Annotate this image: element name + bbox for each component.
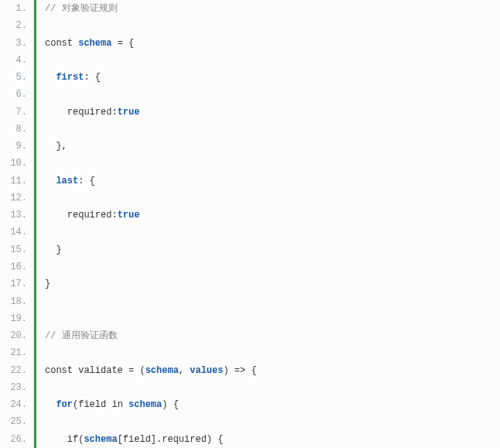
code-content <box>34 155 50 172</box>
code-token: if( <box>45 434 84 445</box>
code-token: first <box>56 72 84 83</box>
code-content: required:true <box>34 104 139 121</box>
code-content <box>34 52 50 69</box>
code-token: [field].required) { <box>118 434 224 445</box>
code-line: 11. last: { <box>0 173 500 190</box>
line-number: 15. <box>0 241 34 258</box>
code-line: 21. <box>0 344 500 361</box>
code-line: 14. <box>0 224 500 241</box>
code-content: if(schema[field].required) { <box>34 431 223 448</box>
line-number: 11. <box>0 173 34 190</box>
code-token: } <box>45 245 62 255</box>
line-number: 2. <box>0 17 34 34</box>
code-line: 9. }, <box>0 138 500 155</box>
code-content <box>34 224 50 241</box>
code-token: const validate = ( <box>45 365 146 376</box>
code-content <box>34 344 50 361</box>
line-number: 24. <box>0 396 34 413</box>
code-content: const validate = (schema, values) => { <box>34 362 257 379</box>
line-number: 4. <box>0 52 34 69</box>
code-line: 25. <box>0 413 500 430</box>
code-token: schema <box>84 434 117 445</box>
line-number: 13. <box>0 207 34 224</box>
code-content <box>34 379 50 396</box>
code-content: // 对象验证规则 <box>34 0 118 17</box>
code-token: // 通用验证函数 <box>45 330 118 341</box>
code-content <box>34 86 50 103</box>
code-content: } <box>34 241 62 258</box>
code-line: 1.// 对象验证规则 <box>0 0 500 17</box>
code-token <box>45 399 56 410</box>
code-token: = { <box>111 38 134 49</box>
code-token: last <box>56 176 78 186</box>
code-token <box>45 72 56 83</box>
code-token: ) => { <box>223 365 256 376</box>
code-token: schema <box>128 399 162 410</box>
code-line: 12. <box>0 190 500 207</box>
line-number: 18. <box>0 293 34 310</box>
code-content: for(field in schema) { <box>34 396 179 413</box>
line-number: 14. <box>0 224 34 241</box>
code-token: true <box>118 107 140 118</box>
line-number: 1. <box>0 0 34 17</box>
code-content <box>34 413 50 430</box>
code-line: 6. <box>0 86 500 103</box>
code-token: ) { <box>162 399 179 410</box>
code-token: values <box>190 365 223 376</box>
code-line: 26. if(schema[field].required) { <box>0 431 500 448</box>
code-token <box>45 176 56 186</box>
code-token: // 对象验证规则 <box>45 3 118 14</box>
code-token: const <box>45 38 78 49</box>
code-line: 7. required:true <box>0 104 500 121</box>
code-line: 3.const schema = { <box>0 35 500 52</box>
line-number: 21. <box>0 344 34 361</box>
code-content <box>34 17 50 34</box>
line-number: 5. <box>0 69 34 86</box>
line-number: 26. <box>0 431 34 448</box>
code-token: }, <box>45 141 67 152</box>
code-line: 18. <box>0 293 500 310</box>
code-line: 17.} <box>0 275 500 292</box>
code-token: schema <box>78 38 111 49</box>
code-token: : { <box>84 72 101 83</box>
code-token: schema <box>146 365 179 376</box>
code-content <box>34 121 50 138</box>
code-line: 2. <box>0 17 500 34</box>
code-content <box>34 293 50 310</box>
code-line: 8. <box>0 121 500 138</box>
code-line: 20.// 通用验证函数 <box>0 327 500 344</box>
code-line: 23. <box>0 379 500 396</box>
code-content: } <box>34 275 50 292</box>
code-line: 4. <box>0 52 500 69</box>
code-content <box>34 310 50 327</box>
line-number: 19. <box>0 310 34 327</box>
code-token: required: <box>45 210 118 221</box>
code-content: required:true <box>34 207 139 224</box>
line-number: 20. <box>0 327 34 344</box>
code-line: 10. <box>0 155 500 172</box>
code-token: : { <box>78 176 95 186</box>
code-line: 22.const validate = (schema, values) => … <box>0 362 500 379</box>
line-number: 12. <box>0 190 34 207</box>
code-line: 16. <box>0 258 500 275</box>
line-number: 10. <box>0 155 34 172</box>
code-token: for <box>56 399 73 410</box>
line-number: 16. <box>0 258 34 275</box>
code-content: // 通用验证函数 <box>34 327 118 344</box>
code-token: } <box>45 279 50 289</box>
code-content <box>34 258 50 275</box>
line-number: 9. <box>0 138 34 155</box>
line-number: 7. <box>0 104 34 121</box>
code-content <box>34 190 50 207</box>
line-number: 8. <box>0 121 34 138</box>
code-line: 13. required:true <box>0 207 500 224</box>
code-line: 24. for(field in schema) { <box>0 396 500 413</box>
code-line: 19. <box>0 310 500 327</box>
code-content: last: { <box>34 173 95 190</box>
code-content: }, <box>34 138 67 155</box>
line-number: 25. <box>0 413 34 430</box>
code-line: 15. } <box>0 241 500 258</box>
line-number: 6. <box>0 86 34 103</box>
code-token: (field in <box>73 399 128 410</box>
code-content: const schema = { <box>34 35 134 52</box>
